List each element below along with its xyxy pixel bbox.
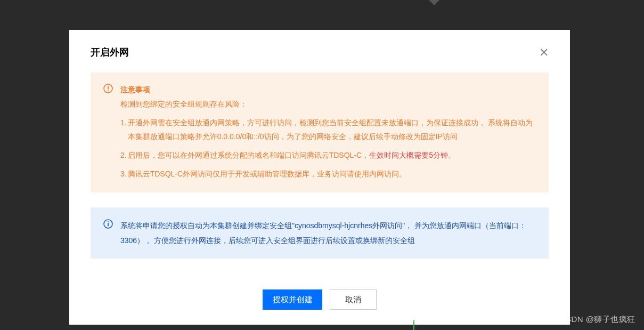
modal-footer: 授权并创建 取消 [91, 289, 549, 310]
exclamation-circle-icon [103, 84, 113, 93]
authorize-create-button[interactable]: 授权并创建 [263, 289, 322, 310]
warning-subtitle: 检测到您绑定的安全组规则存在风险： [120, 98, 536, 111]
list-text: 启用后，您可以在外网通过系统分配的域名和端口访问腾讯云TDSQL-C，生效时间大… [128, 149, 455, 162]
highlight-text: 生效时间大概需要5分钟 [369, 151, 448, 159]
svg-rect-2 [108, 90, 109, 91]
warning-item: 2. 启用后，您可以在外网通过系统分配的域名和端口访问腾讯云TDSQL-C，生效… [120, 149, 536, 162]
modal-header: 开启外网 ✕ [91, 46, 549, 59]
warning-body: 注意事项 检测到您绑定的安全组规则存在风险： 1. 开通外网需在安全组放通内网策… [120, 83, 536, 181]
dropdown-caret [429, 0, 439, 5]
warning-item: 3. 腾讯云TDSQL-C外网访问仅用于开发或辅助管理数据库，业务访问请使用内网… [120, 167, 536, 181]
modal-title: 开启外网 [91, 46, 129, 59]
list-number: 1. [120, 116, 127, 143]
warning-item: 1. 开通外网需在安全组放通内网策略，方可进行访问，检测到您当前安全组配置未放通… [120, 116, 536, 143]
list-number: 2. [120, 149, 127, 162]
svg-rect-4 [108, 223, 109, 227]
divider-accent [413, 320, 414, 330]
list-text: 开通外网需在安全组放通内网策略，方可进行访问，检测到您当前安全组配置未放通端口，… [128, 116, 536, 143]
svg-rect-5 [108, 221, 109, 222]
list-number: 3. [120, 167, 127, 181]
info-panel: 系统将申请您的授权自动为本集群创建并绑定安全组"cynosdbmysql-hjc… [91, 207, 549, 259]
watermark-text: CSDN @狮子也疯狂 [560, 315, 635, 325]
svg-rect-1 [108, 86, 109, 89]
close-icon[interactable]: ✕ [539, 46, 549, 59]
cancel-button[interactable]: 取消 [330, 289, 377, 310]
info-circle-icon [103, 219, 113, 229]
info-text: 系统将申请您的授权自动为本集群创建并绑定安全组"cynosdbmysql-hjc… [120, 218, 536, 248]
enable-public-network-modal: 开启外网 ✕ 注意事项 检测到您绑定的安全组规则存在风险： 1. 开通外网需在安… [69, 30, 570, 325]
warning-list: 1. 开通外网需在安全组放通内网策略，方可进行访问，检测到您当前安全组配置未放通… [120, 116, 536, 181]
warning-heading: 注意事项 [120, 83, 536, 96]
list-text: 腾讯云TDSQL-C外网访问仅用于开发或辅助管理数据库，业务访问请使用内网访问。 [128, 167, 406, 181]
warning-panel: 注意事项 检测到您绑定的安全组规则存在风险： 1. 开通外网需在安全组放通内网策… [91, 73, 549, 192]
